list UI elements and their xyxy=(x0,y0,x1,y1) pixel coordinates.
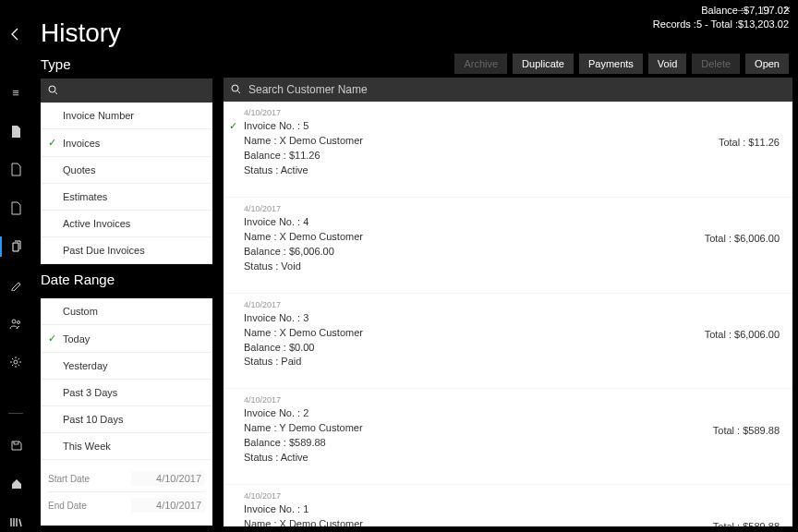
record-total: Total : $589.88 xyxy=(713,521,780,526)
payments-button[interactable]: Payments xyxy=(579,54,643,74)
type-filter-item[interactable]: Past Due Invoices xyxy=(41,237,212,264)
record-name: Name : X Demo Customer xyxy=(244,517,713,526)
search-icon xyxy=(48,85,58,97)
type-filter-item[interactable]: Invoice Number xyxy=(41,103,212,129)
start-date-row[interactable]: Start Date xyxy=(48,466,205,492)
filter-label: Past 10 Days xyxy=(63,414,123,425)
check-icon xyxy=(229,490,244,526)
record-date: 4/10/2017 xyxy=(244,203,705,215)
record-status: Status : Active xyxy=(244,451,713,466)
record-row[interactable]: 4/10/2017Invoice No. : 1Name : X Demo Cu… xyxy=(224,485,792,526)
check-icon xyxy=(229,299,244,370)
record-total: Total : $6,006.00 xyxy=(705,233,780,244)
check-icon xyxy=(229,203,244,274)
record-status: Status : Active xyxy=(244,163,719,178)
results-search-input[interactable] xyxy=(248,83,785,96)
check-icon: ✓ xyxy=(229,107,244,178)
filter-label: This Week xyxy=(63,441,111,452)
filter-label: Invoice Number xyxy=(63,110,134,121)
record-row[interactable]: 4/10/2017Invoice No. : 4Name : X Demo Cu… xyxy=(224,198,792,294)
page-icon[interactable] xyxy=(0,199,31,219)
search-icon xyxy=(231,84,241,96)
home-icon[interactable] xyxy=(0,474,31,494)
record-invoice: Invoice No. : 5 xyxy=(244,119,719,134)
end-date-row[interactable]: End Date xyxy=(48,492,205,518)
svg-point-3 xyxy=(49,86,55,92)
left-rail: ≡ xyxy=(0,78,31,532)
record-date: 4/10/2017 xyxy=(244,394,713,406)
back-button[interactable] xyxy=(0,18,31,50)
type-filter-item[interactable]: Quotes xyxy=(41,157,212,184)
library-icon[interactable] xyxy=(0,513,31,532)
rail-divider xyxy=(8,413,23,414)
record-invoice: Invoice No. : 2 xyxy=(244,406,713,421)
record-status: Status : Void xyxy=(244,260,705,274)
date-filter-item[interactable]: Past 3 Days xyxy=(41,380,212,406)
status-block: Balance :$7,197.02 Records :5 - Total :$… xyxy=(653,4,789,32)
archive-button[interactable]: Archive xyxy=(454,54,507,74)
date-filter-item[interactable]: ✓Today xyxy=(41,325,212,353)
record-total: Total : $11.26 xyxy=(719,137,780,148)
filter-label: Custom xyxy=(63,306,98,317)
save-icon[interactable] xyxy=(0,435,31,455)
record-name: Name : X Demo Customer xyxy=(244,326,705,341)
type-filter-item[interactable]: Active Invoices xyxy=(41,211,212,237)
void-button[interactable]: Void xyxy=(648,54,686,74)
settings-icon[interactable] xyxy=(0,352,31,372)
type-search[interactable] xyxy=(41,79,212,103)
filter-label: Today xyxy=(63,333,90,345)
record-row[interactable]: 4/10/2017Invoice No. : 2Name : Y Demo Cu… xyxy=(224,389,792,485)
svg-point-4 xyxy=(232,85,238,91)
record-balance: Balance : $11.26 xyxy=(244,149,719,163)
record-total: Total : $589.88 xyxy=(713,425,780,436)
record-total: Total : $6,006.00 xyxy=(705,329,780,340)
type-filter-panel: Invoice Number✓InvoicesQuotesEstimatesAc… xyxy=(41,79,212,264)
results-search[interactable] xyxy=(224,78,792,102)
filter-label: Active Invoices xyxy=(63,218,130,229)
record-date: 4/10/2017 xyxy=(244,107,719,119)
duplicate-button[interactable]: Duplicate xyxy=(513,54,574,74)
edit-icon[interactable] xyxy=(0,275,31,296)
type-header: Type xyxy=(41,56,449,72)
date-range-header: Date Range xyxy=(41,272,212,287)
record-name: Name : X Demo Customer xyxy=(244,230,705,245)
page-title: History xyxy=(41,18,653,48)
record-row[interactable]: 4/10/2017Invoice No. : 3Name : X Demo Cu… xyxy=(224,294,792,390)
record-name: Name : X Demo Customer xyxy=(244,134,719,149)
record-date: 4/10/2017 xyxy=(244,299,705,311)
date-filter-panel: Custom✓TodayYesterdayPast 3 DaysPast 10 … xyxy=(41,298,212,526)
date-filter-item[interactable]: Custom xyxy=(41,298,212,325)
document-icon[interactable] xyxy=(0,160,31,180)
people-icon[interactable] xyxy=(0,313,31,333)
file-icon[interactable] xyxy=(0,122,31,142)
end-date-input[interactable] xyxy=(131,498,205,513)
record-invoice: Invoice No. : 1 xyxy=(244,502,713,517)
record-row[interactable]: ✓4/10/2017Invoice No. : 5Name : X Demo C… xyxy=(224,102,792,198)
results-panel: ✓4/10/2017Invoice No. : 5Name : X Demo C… xyxy=(224,78,792,526)
record-balance: Balance : $0.00 xyxy=(244,341,705,356)
delete-button[interactable]: Delete xyxy=(692,54,740,74)
check-icon: ✓ xyxy=(48,137,63,149)
hamburger-icon[interactable]: ≡ xyxy=(0,83,31,103)
svg-point-2 xyxy=(14,360,18,364)
filter-label: Past Due Invoices xyxy=(63,245,145,256)
type-filter-item[interactable]: ✓Invoices xyxy=(41,129,212,157)
type-filter-item[interactable]: Estimates xyxy=(41,184,212,211)
record-date: 4/10/2017 xyxy=(244,490,713,502)
type-search-input[interactable] xyxy=(64,84,205,97)
start-date-input[interactable] xyxy=(131,471,205,486)
filter-label: Invoices xyxy=(63,138,100,149)
filter-label: Yesterday xyxy=(63,360,108,371)
date-filter-item[interactable]: Yesterday xyxy=(41,353,212,380)
record-invoice: Invoice No. : 4 xyxy=(244,215,705,230)
open-button[interactable]: Open xyxy=(745,54,789,74)
filter-label: Quotes xyxy=(63,164,95,175)
check-icon: ✓ xyxy=(48,332,63,345)
date-filter-item[interactable]: Past 10 Days xyxy=(41,406,212,433)
date-filter-item[interactable]: This Week xyxy=(41,433,212,460)
record-name: Name : Y Demo Customer xyxy=(244,421,713,436)
arrow-left-icon xyxy=(8,27,23,42)
copy-icon[interactable] xyxy=(0,236,31,257)
record-status: Status : Paid xyxy=(244,355,705,369)
record-balance: Balance : $589.88 xyxy=(244,436,713,451)
